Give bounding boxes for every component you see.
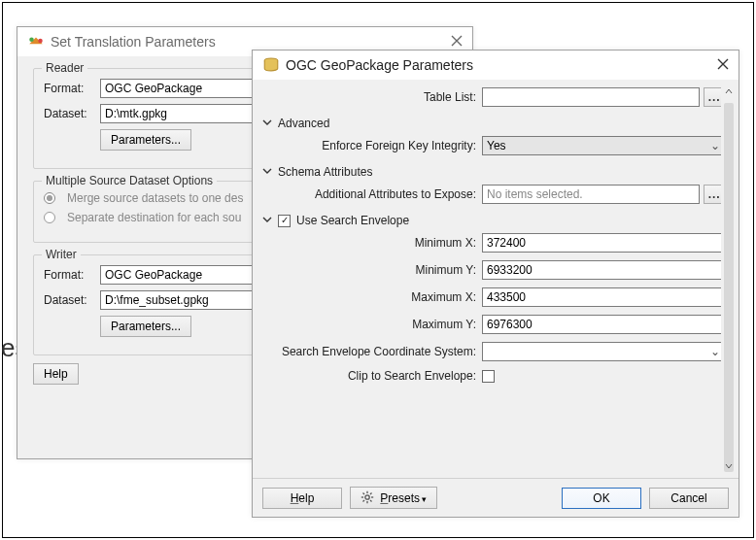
search-envelope-coord-combo[interactable]: ⌄	[482, 342, 725, 361]
app-icon	[27, 33, 45, 51]
scrollbar-thumb[interactable]	[724, 103, 734, 472]
dialog-title: Set Translation Parameters	[45, 34, 424, 50]
writer-legend: Writer	[42, 248, 81, 261]
schema-attributes-section-header[interactable]: Schema Attributes	[262, 165, 725, 179]
svg-line-11	[363, 500, 365, 502]
reader-dataset-label: Dataset:	[44, 107, 94, 120]
reader-parameters-button[interactable]: Parameters...	[100, 129, 191, 151]
writer-parameters-button[interactable]: Parameters...	[100, 316, 191, 337]
close-icon	[717, 58, 729, 70]
chevron-down-icon: ⌄	[710, 345, 720, 358]
separate-radio-label: Separate destination for each sou	[67, 211, 241, 224]
chevron-down-icon	[262, 117, 272, 130]
maxx-input[interactable]: 433500	[482, 287, 725, 307]
svg-line-10	[370, 493, 372, 495]
dialog-footer: Help Presets▾ OK Cancel	[253, 478, 739, 517]
separate-radio[interactable]	[44, 212, 55, 223]
close-button[interactable]	[690, 58, 729, 73]
ok-button[interactable]: OK	[562, 488, 641, 509]
miny-input[interactable]: 6933200	[482, 260, 725, 280]
advanced-label: Advanced	[278, 117, 329, 130]
titlebar: OGC GeoPackage Parameters	[253, 51, 739, 80]
merge-radio-label: Merge source datasets to one des	[67, 191, 243, 205]
minx-input[interactable]: 372400	[482, 233, 725, 253]
table-list-input[interactable]	[482, 87, 700, 107]
merge-radio[interactable]	[44, 192, 55, 204]
add-attrs-input[interactable]: No items selected.	[482, 185, 700, 204]
use-search-envelope-label: Use Search Envelope	[296, 214, 409, 227]
schema-attributes-label: Schema Attributes	[278, 165, 372, 179]
database-icon	[262, 56, 280, 74]
miny-label: Minimum Y:	[260, 263, 482, 277]
table-list-label: Table List:	[260, 90, 482, 104]
dialog-title: OGC GeoPackage Parameters	[280, 57, 690, 73]
maxx-label: Maximum X:	[260, 290, 482, 304]
scrollbar[interactable]	[721, 84, 737, 474]
enforce-fk-combo[interactable]: Yes ⌄	[482, 136, 725, 155]
help-button[interactable]: Help	[33, 363, 79, 385]
close-button[interactable]	[424, 35, 463, 50]
ogc-geopackage-parameters-dialog: OGC GeoPackage Parameters Table List: ..…	[252, 50, 739, 518]
enforce-fk-value: Yes	[487, 139, 506, 152]
multi-legend: Multiple Source Dataset Options	[42, 174, 217, 187]
clip-checkbox[interactable]	[482, 370, 495, 383]
svg-point-3	[365, 495, 369, 499]
search-envelope-coord-label: Search Envelope Coordinate System:	[260, 345, 482, 358]
maxy-label: Maximum Y:	[260, 318, 482, 331]
advanced-section-header[interactable]: Advanced	[262, 117, 725, 130]
enforce-fk-label: Enforce Foreign Key Integrity:	[260, 139, 482, 152]
help-button[interactable]: Help	[262, 488, 342, 509]
writer-dataset-label: Dataset:	[44, 293, 94, 307]
chevron-down-icon	[262, 214, 272, 227]
caret-down-icon: ▾	[422, 494, 427, 504]
gear-icon	[361, 490, 374, 504]
svg-line-9	[370, 500, 372, 502]
svg-point-0	[29, 38, 34, 43]
reader-legend: Reader	[42, 61, 87, 75]
cancel-button[interactable]: Cancel	[649, 488, 729, 509]
chevron-down-icon: ⌄	[710, 139, 720, 152]
presets-button[interactable]: Presets▾	[350, 487, 437, 509]
scroll-down-icon[interactable]	[721, 458, 737, 474]
chevron-down-icon	[262, 165, 272, 179]
maxy-input[interactable]: 6976300	[482, 315, 725, 334]
use-search-envelope-checkbox[interactable]	[278, 215, 291, 227]
scroll-up-icon[interactable]	[721, 84, 737, 99]
writer-format-label: Format:	[44, 268, 94, 282]
add-attrs-label: Additional Attributes to Expose:	[260, 187, 482, 201]
use-search-envelope-section-header[interactable]: Use Search Envelope	[262, 214, 725, 227]
reader-format-label: Format:	[44, 82, 94, 95]
close-icon	[451, 35, 463, 47]
clip-label: Clip to Search Envelope:	[260, 369, 482, 383]
minx-label: Minimum X:	[260, 236, 482, 250]
svg-line-8	[363, 493, 365, 495]
svg-point-1	[38, 39, 43, 44]
